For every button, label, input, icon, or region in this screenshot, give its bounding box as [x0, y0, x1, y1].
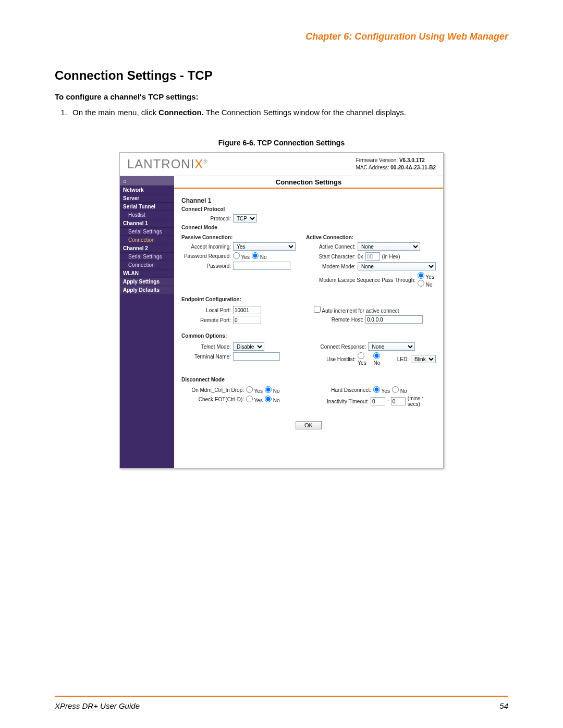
screenshot-frame: LANTRONIX® Firmware Version: V6.3.0.1T2 … — [119, 152, 444, 468]
telnet-select[interactable]: Disable — [233, 342, 264, 351]
logo-reg: ® — [203, 159, 207, 165]
footer-page: 54 — [499, 701, 508, 710]
nav-ch2-serial[interactable]: Serial Settings — [120, 252, 174, 261]
channel-heading: Channel 1 — [181, 197, 436, 204]
connect-mode-heading: Connect Mode — [181, 225, 436, 230]
nav-apply-settings[interactable]: Apply Settings — [120, 277, 174, 286]
figure-caption: Figure 6-6. TCP Connection Settings — [55, 139, 508, 147]
accept-incoming-select[interactable]: Yes — [233, 242, 296, 251]
pwd-req-no[interactable]: No — [252, 252, 267, 260]
inactivity-sec-input[interactable] — [391, 397, 406, 405]
modem-mode-label: Modem Mode: — [306, 264, 356, 269]
start-char-prefix: 0x — [358, 254, 363, 260]
fw-value: V6.3.0.1T2 — [399, 157, 425, 163]
led-label: LED: — [397, 356, 409, 362]
active-connect-select[interactable]: None — [358, 242, 420, 251]
pwd-req-yes[interactable]: Yes — [233, 252, 250, 260]
hard-disconnect-label: Hard Disconnect: — [314, 387, 371, 393]
start-char-label: Start Character: — [306, 254, 356, 260]
instruction-list: On the main menu, click Connection. The … — [69, 107, 508, 118]
inactivity-timeout-label: Inactivity Timeout: — [314, 399, 369, 404]
protocol-label: Protocol: — [181, 216, 231, 221]
modem-escape-yes[interactable]: Yes — [418, 274, 434, 280]
accept-incoming-label: Accept Incoming: — [181, 244, 231, 250]
protocol-select[interactable]: TCP — [233, 214, 257, 223]
password-label: Password: — [181, 263, 231, 269]
connect-response-select[interactable]: None — [368, 342, 415, 351]
footer-guide: XPress DR+ User Guide — [55, 701, 140, 710]
nav-ch1-connection[interactable]: Connection — [120, 236, 174, 244]
mdm-ctrl-no[interactable]: No — [265, 386, 280, 394]
terminal-name-label: Terminal Name: — [181, 354, 231, 360]
mdm-ctrl-yes[interactable]: Yes — [246, 386, 263, 394]
mac-label: MAC Address: — [356, 165, 389, 170]
nav-channel2[interactable]: Channel 2 — [120, 244, 174, 252]
section-title: Connection Settings - TCP — [55, 68, 508, 83]
ok-button[interactable]: OK — [296, 421, 322, 429]
passive-heading: Passive Connection: — [181, 235, 296, 240]
telnet-label: Telnet Mode: — [181, 344, 231, 350]
start-char-input[interactable] — [365, 252, 380, 261]
nav-wlan[interactable]: WLAN — [120, 269, 174, 277]
step1-post: The Connection Settings window for the c… — [204, 108, 406, 117]
endpoint-heading: Endpoint Configuration: — [181, 297, 436, 302]
remote-host-input[interactable] — [365, 315, 423, 324]
nav-server[interactable]: Server — [120, 194, 174, 202]
check-eot-no[interactable]: No — [265, 396, 280, 403]
footer-rule — [55, 696, 508, 697]
led-select[interactable]: Blink — [411, 355, 436, 363]
nav-channel1[interactable]: Channel 1 — [120, 219, 174, 227]
step1-bold: Connection. — [158, 108, 204, 117]
local-port-label: Local Port: — [181, 307, 231, 313]
nav-hostlist[interactable]: Hostlist — [120, 211, 174, 219]
use-hostlist-no[interactable]: No — [373, 352, 385, 366]
nav-apply-defaults[interactable]: Apply Defaults — [120, 286, 174, 294]
active-connect-label: Active Connect: — [306, 244, 356, 250]
common-options-heading: Common Options: — [181, 333, 436, 339]
active-heading: Active Connection: — [306, 235, 436, 240]
disconnect-mode-heading: Disconnect Mode — [181, 377, 436, 382]
auto-increment-checkbox[interactable]: Auto increment for active connect — [314, 306, 399, 314]
mins-secs-label: (mins : secs) — [408, 396, 436, 407]
remote-host-label: Remote Host: — [314, 317, 363, 323]
terminal-name-input[interactable] — [233, 352, 280, 361]
use-hostlist-label: Use Hostlist: — [309, 356, 356, 362]
step1-pre: On the main menu, click — [72, 108, 158, 117]
check-eot-label: Check EOT(Ctrl-D): — [181, 397, 244, 402]
chapter-header: Chapter 6: Configuration Using Web Manag… — [55, 31, 508, 42]
hard-disc-yes[interactable]: Yes — [373, 386, 390, 394]
lantronix-logo: LANTRONIX® — [127, 157, 208, 171]
check-eot-yes[interactable]: Yes — [246, 396, 263, 403]
main-title: Connection Settings — [174, 176, 443, 189]
instruction-step-1: On the main menu, click Connection. The … — [69, 107, 508, 118]
password-input[interactable] — [233, 262, 290, 270]
nav-network[interactable]: Network — [120, 186, 174, 194]
nav-ch1-serial[interactable]: Serial Settings — [120, 227, 174, 236]
main-panel: Connection Settings Channel 1 Connect Pr… — [174, 176, 443, 468]
nav-ch2-connection[interactable]: Connection — [120, 261, 174, 269]
password-required-label: Password Required: — [181, 253, 231, 259]
logo-x: X — [194, 157, 203, 171]
firmware-block: Firmware Version: V6.3.0.1T2 MAC Address… — [356, 157, 436, 171]
modem-escape-no[interactable]: No — [418, 282, 433, 288]
section-subtitle: To configure a channel's TCP settings: — [55, 92, 508, 101]
nav-serial-tunnel[interactable]: Serial Tunnel — [120, 202, 174, 211]
inactivity-min-input[interactable] — [371, 397, 385, 405]
hard-disc-no[interactable]: No — [392, 386, 407, 394]
local-port-input[interactable] — [233, 306, 261, 314]
mac-value: 00-20-4A-23-11-B2 — [390, 165, 436, 170]
use-hostlist-yes[interactable]: Yes — [358, 352, 371, 366]
remote-port-input[interactable] — [233, 316, 261, 324]
remote-port-label: Remote Port: — [181, 317, 231, 323]
time-colon: : — [387, 399, 389, 404]
fw-label: Firmware Version: — [356, 157, 398, 163]
mdm-ctrl-label: On Mdm_Ctrl_In Drop: — [181, 387, 244, 393]
modem-escape-label: Modem Escape Sequence Pass Through: — [306, 277, 415, 283]
screenshot-topbar: LANTRONIX® Firmware Version: V6.3.0.1T2 … — [120, 153, 443, 176]
sidebar: ⌂ Network Server Serial Tunnel Hostlist … — [120, 176, 174, 468]
modem-mode-select[interactable]: None — [358, 262, 436, 270]
home-icon[interactable]: ⌂ — [120, 176, 174, 186]
in-hex-label: (in Hex) — [382, 254, 400, 260]
logo-main: LANTRONI — [127, 157, 194, 171]
connect-protocol-heading: Connect Protocol — [181, 206, 436, 212]
